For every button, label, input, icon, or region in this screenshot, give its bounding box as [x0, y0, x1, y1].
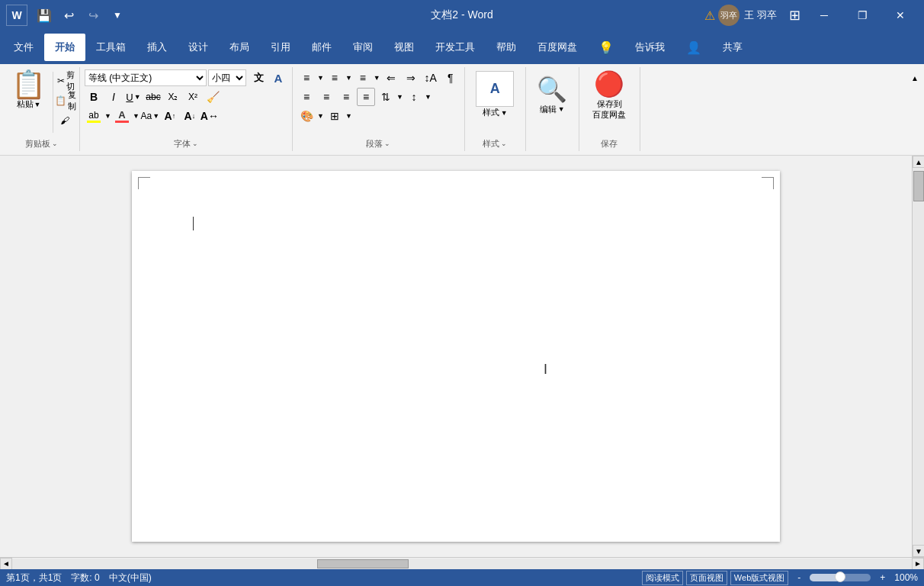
menu-user[interactable]: 👤 — [675, 34, 712, 61]
document-page[interactable]: I — [132, 171, 780, 542]
menu-view[interactable]: 视图 — [383, 34, 425, 61]
scroll-thumb[interactable] — [913, 171, 924, 201]
numbered-btn[interactable]: ≡ — [326, 69, 344, 87]
scroll-track[interactable] — [913, 168, 924, 545]
scroll-right-btn[interactable]: ► — [912, 558, 924, 570]
read-mode-btn[interactable]: 阅读模式 — [642, 571, 683, 585]
hscroll-thumb[interactable] — [317, 559, 409, 568]
decrease-indent-btn[interactable]: ⇐ — [382, 69, 400, 87]
ribbon-collapse-btn[interactable]: ▲ — [909, 70, 921, 85]
eraser-btn[interactable]: 🧹 — [204, 88, 222, 106]
menu-share[interactable]: 共享 — [712, 34, 753, 61]
document-scroll-area[interactable]: I — [0, 156, 912, 557]
bullets-dropdown[interactable]: ▼ — [317, 74, 324, 82]
clipboard-expand-icon[interactable]: ⌄ — [52, 140, 58, 147]
align-left-btn[interactable]: ≡ — [297, 88, 316, 106]
char-spacing-btn[interactable]: A↔ — [201, 107, 219, 125]
bullets-btn[interactable]: ≡ — [297, 69, 316, 87]
web-view-btn[interactable]: Web版式视图 — [730, 571, 788, 585]
word-app-icon[interactable]: W — [6, 5, 27, 26]
grow-font-btn[interactable]: A↑ — [161, 107, 179, 125]
para-row1: ≡ ▼ ≡ ▼ ≡ ▼ ⇐ ⇒ ↕A ¶ — [297, 69, 460, 87]
justify-btn[interactable]: ≡ — [357, 88, 375, 106]
font-name-select[interactable]: 等线 (中文正文) — [85, 69, 207, 86]
close-btn[interactable]: ✕ — [883, 4, 918, 27]
customize-quick-access-btn[interactable]: ▼ — [107, 5, 128, 26]
font-A-btn[interactable]: A — [269, 69, 287, 87]
line-spacing-btn[interactable]: ↕ — [405, 88, 423, 106]
superscript-btn[interactable]: X² — [184, 88, 202, 106]
text-area[interactable] — [193, 217, 194, 231]
menu-mail[interactable]: 邮件 — [301, 34, 342, 61]
align-right-btn[interactable]: ≡ — [337, 88, 355, 106]
zoom-slider[interactable] — [810, 574, 871, 581]
menu-review[interactable]: 审阅 — [342, 34, 383, 61]
highlight-dropdown[interactable]: ▼ — [104, 112, 111, 120]
bold-btn[interactable]: B — [85, 88, 103, 106]
paragraph-expand-icon[interactable]: ⌄ — [384, 140, 390, 147]
user-area[interactable]: 羽卒 王 羽卒 — [718, 5, 777, 26]
styles-btn[interactable]: A 样式▼ — [476, 69, 514, 121]
strikethrough-btn[interactable]: abc — [144, 88, 162, 106]
scroll-up-btn[interactable]: ▲ — [913, 156, 924, 168]
scroll-down-btn[interactable]: ▼ — [913, 545, 924, 557]
menu-layout[interactable]: 布局 — [219, 34, 260, 61]
restore-btn[interactable]: ❐ — [845, 4, 880, 27]
multilevel-btn[interactable]: ≡ — [354, 69, 372, 87]
menu-help[interactable]: 帮助 — [486, 34, 527, 61]
redo-btn[interactable]: ↪ — [82, 5, 104, 26]
paste-btn[interactable]: 📋 粘贴▼ — [8, 69, 50, 112]
editing-btn[interactable]: 🔍 编辑▼ — [533, 69, 571, 121]
font-color-btn[interactable]: A — [113, 107, 131, 125]
page-view-btn[interactable]: 页面视图 — [686, 571, 727, 585]
menu-references[interactable]: 引用 — [260, 34, 301, 61]
underline-btn[interactable]: U▼ — [124, 88, 143, 106]
format-painter-btn[interactable]: 🖌 — [56, 111, 75, 130]
show-marks-btn[interactable]: ¶ — [441, 69, 460, 87]
menu-bulb[interactable]: 💡 — [588, 34, 624, 61]
cut-btn[interactable]: ✂ 剪切 — [56, 72, 75, 90]
numbered-dropdown[interactable]: ▼ — [345, 74, 352, 82]
menu-baidu[interactable]: 百度网盘 — [527, 34, 588, 61]
italic-btn[interactable]: I — [104, 88, 123, 106]
border-btn[interactable]: ⊞ — [326, 107, 344, 125]
border-dropdown[interactable]: ▼ — [345, 112, 352, 120]
shading-dropdown[interactable]: ▼ — [317, 112, 324, 120]
font-size-select[interactable]: 小四 初号 小初 一号 小一 二号 小二 三号 小三 四号 — [208, 69, 246, 86]
menu-tools[interactable]: 工具箱 — [85, 34, 136, 61]
styles-expand-icon[interactable]: ⌄ — [501, 140, 507, 147]
menu-devtools[interactable]: 开发工具 — [425, 34, 486, 61]
font-wen-btn[interactable]: 文 — [249, 69, 268, 87]
zoom-minus[interactable]: - — [794, 572, 804, 583]
multilevel-dropdown[interactable]: ▼ — [374, 74, 380, 82]
font-color-dropdown[interactable]: ▼ — [133, 112, 140, 120]
menu-tellme[interactable]: 告诉我 — [624, 34, 675, 61]
zoom-thumb[interactable] — [835, 572, 845, 582]
scroll-left-btn[interactable]: ◄ — [0, 558, 12, 570]
undo-btn[interactable]: ↩ — [58, 5, 79, 26]
save-quick-btn[interactable]: 💾 — [34, 5, 55, 26]
font-highlight-btn[interactable]: ab — [85, 107, 103, 125]
align-center-btn[interactable]: ≡ — [317, 88, 335, 106]
font-expand-icon[interactable]: ⌄ — [192, 140, 198, 147]
hscroll-track[interactable] — [12, 559, 912, 569]
minimize-btn[interactable]: ─ — [807, 4, 842, 27]
shrink-font-btn[interactable]: A↓ — [181, 107, 199, 125]
menu-insert[interactable]: 插入 — [136, 34, 178, 61]
menu-home[interactable]: 开始 — [44, 34, 85, 61]
case-btn[interactable]: Aa▼ — [141, 107, 159, 125]
copy-btn[interactable]: 📋 复制 — [56, 92, 75, 110]
increase-indent-btn[interactable]: ⇒ — [402, 69, 420, 87]
zoom-plus[interactable]: + — [877, 572, 888, 583]
line-spacing-dropdown[interactable]: ▼ — [425, 93, 432, 101]
sort-btn[interactable]: ↕A — [422, 69, 440, 87]
subscript-btn[interactable]: X₂ — [164, 88, 182, 106]
text-direction-btn[interactable]: ⇅ — [377, 88, 395, 106]
para-row3: 🎨 ▼ ⊞ ▼ — [297, 107, 460, 125]
menu-file[interactable]: 文件 — [3, 34, 44, 61]
shading-btn[interactable]: 🎨 — [297, 107, 316, 125]
text-direction-dropdown[interactable]: ▼ — [396, 93, 403, 101]
menu-design[interactable]: 设计 — [178, 34, 219, 61]
zoom-level[interactable]: 100% — [894, 572, 918, 583]
save-baidu-btn[interactable]: 🔴 保存到百度网盘 — [590, 69, 628, 121]
